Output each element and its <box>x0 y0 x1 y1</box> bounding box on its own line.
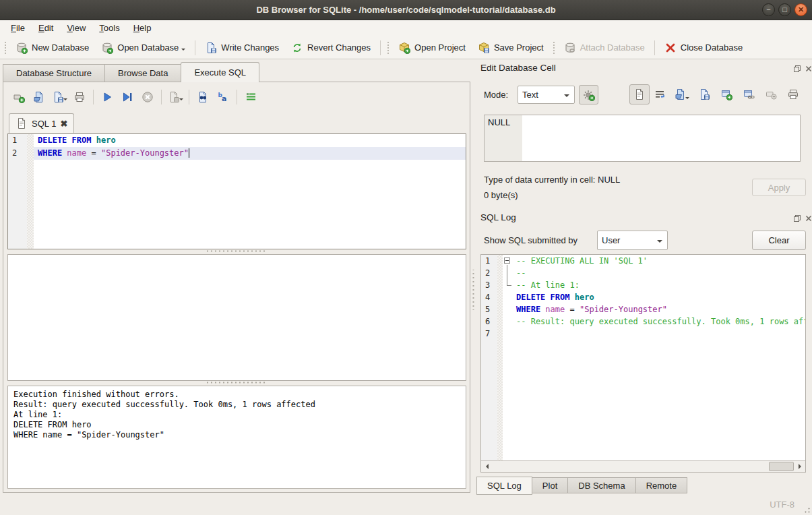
format-sql-button[interactable]: ba <box>213 87 233 107</box>
auto-format-icon: ba <box>217 91 229 103</box>
scrollbar-thumb[interactable] <box>769 462 794 471</box>
write-changes-button[interactable]: Write Changes <box>199 38 285 57</box>
dock-float-icon[interactable] <box>792 64 801 73</box>
execute-all-button[interactable] <box>97 87 117 107</box>
open-url-button[interactable] <box>741 87 756 102</box>
sql-document-tab[interactable]: SQL 1 ✖ <box>9 113 74 133</box>
close-database-button[interactable]: Close Database <box>658 38 749 57</box>
toolbar-separator <box>380 40 381 55</box>
new-sql-tab-button[interactable] <box>9 87 29 107</box>
apply-button: Apply <box>752 179 806 196</box>
find-button[interactable] <box>193 87 213 107</box>
close-button[interactable]: ✕ <box>794 3 807 16</box>
open-sql-file-icon <box>33 91 45 103</box>
toggle-results-button[interactable] <box>241 87 261 107</box>
menu-view[interactable]: View <box>60 20 92 36</box>
sql-editor[interactable]: 1DELETE FROM hero2WHERE name = "Spider-Y… <box>7 133 466 249</box>
print-sql-button[interactable] <box>69 87 90 107</box>
maximize-button[interactable]: □ <box>778 3 791 16</box>
menu-file[interactable]: File <box>4 20 32 36</box>
dock-float-icon[interactable] <box>792 214 801 222</box>
sql-tab-close-icon[interactable]: ✖ <box>60 119 67 128</box>
print-cell-button[interactable] <box>786 87 801 102</box>
menu-edit[interactable]: Edit <box>32 20 60 36</box>
sql-log-view[interactable]: 1-- EXECUTING ALL IN 'SQL 1'2--3-- At li… <box>480 254 806 473</box>
toolbar-drag-handle[interactable] <box>386 40 390 55</box>
text-mode-toggle[interactable] <box>629 84 650 104</box>
line-number: 1 <box>481 255 497 267</box>
execute-line-button[interactable] <box>117 87 137 107</box>
toolbar-separator <box>161 90 162 104</box>
attach-database-label: Attach Database <box>580 42 645 53</box>
dock-tab-sql-log[interactable]: SQL Log <box>476 477 532 495</box>
cell-type-text: Type of data currently in cell: NULL <box>484 175 620 185</box>
toolbar-drag-handle[interactable] <box>3 40 7 55</box>
status-line: At line 1: <box>13 410 460 420</box>
menu-help[interactable]: Help <box>127 20 158 36</box>
export-file-icon <box>698 88 710 100</box>
splitter-handle[interactable] <box>206 249 266 253</box>
fold-guide <box>503 303 512 315</box>
toolbar-drag-handle[interactable] <box>552 40 556 55</box>
save-sql-dropdown-icon[interactable] <box>63 98 67 102</box>
code-text[interactable]: WHERE name = "Spider-Youngster" <box>34 147 466 160</box>
splitter-handle[interactable] <box>206 381 266 384</box>
open-database-button[interactable]: Open Database <box>95 38 191 57</box>
save-sql-file-button[interactable] <box>49 87 69 107</box>
code-text[interactable]: -- <box>512 267 805 279</box>
open-sql-file-button[interactable] <box>29 87 49 107</box>
execution-status-box[interactable]: Execution finished without errors.Result… <box>7 386 466 489</box>
open-external-button[interactable] <box>719 87 734 102</box>
resize-grip[interactable] <box>802 505 811 514</box>
code-text[interactable] <box>512 328 805 340</box>
revert-changes-button[interactable]: Revert Changes <box>285 38 377 57</box>
scroll-right-arrow-icon[interactable] <box>794 461 805 472</box>
code-text[interactable]: -- Result: query executed successfully. … <box>512 315 805 328</box>
results-grid[interactable] <box>7 254 466 381</box>
minimize-button[interactable]: − <box>762 3 775 16</box>
export-cell-button[interactable] <box>697 87 712 102</box>
combo-arrow-icon <box>657 240 662 245</box>
code-text[interactable]: DELETE FROM hero <box>34 134 466 147</box>
sql-log-filter-label: Show SQL submitted by <box>484 235 577 245</box>
save-project-icon <box>478 42 490 54</box>
open-project-icon <box>398 42 410 54</box>
mode-label: Mode: <box>484 90 508 100</box>
main-toolbar: New Database Open Database Write Changes… <box>0 36 812 59</box>
import-dropdown-icon[interactable] <box>685 97 689 101</box>
code-text[interactable]: DELETE FROM hero <box>512 291 805 303</box>
scroll-left-arrow-icon[interactable] <box>481 461 492 472</box>
dock-tab-remote[interactable]: Remote <box>635 477 688 493</box>
tab-database-structure[interactable]: Database Structure <box>3 64 105 82</box>
code-text[interactable]: -- At line 1: <box>512 279 805 291</box>
dock-close-icon[interactable] <box>804 64 812 73</box>
tab-execute-sql[interactable]: Execute SQL <box>181 62 259 82</box>
import-cell-button[interactable] <box>675 87 689 102</box>
dock-close-icon[interactable] <box>804 214 812 222</box>
gutter-margin <box>497 255 503 267</box>
cell-editor[interactable]: NULL <box>484 115 801 162</box>
new-database-button[interactable]: New Database <box>9 38 95 57</box>
horizontal-scrollbar[interactable] <box>481 460 805 472</box>
dock-tab-plot[interactable]: Plot <box>532 477 568 493</box>
open-database-dropdown-icon[interactable] <box>181 49 185 53</box>
open-project-button[interactable]: Open Project <box>392 38 472 57</box>
title-bar[interactable]: DB Browser for SQLite - /home/user/code/… <box>0 0 812 20</box>
fold-collapse-icon[interactable] <box>503 255 512 267</box>
code-text[interactable]: -- EXECUTING ALL IN 'SQL 1' <box>512 255 805 267</box>
dock-tab-db-schema[interactable]: DB Schema <box>567 477 635 493</box>
cell-mode-select[interactable]: Text <box>518 86 575 104</box>
sql-log-filter-select[interactable]: User <box>597 231 668 250</box>
menu-tools[interactable]: Tools <box>92 20 126 36</box>
clear-log-button[interactable]: Clear <box>752 231 806 250</box>
apply-data-button[interactable] <box>579 85 598 104</box>
word-wrap-button[interactable] <box>652 87 667 102</box>
pane-splitter[interactable] <box>472 270 475 310</box>
window-controls: − □ ✕ <box>762 3 807 16</box>
new-sql-tab-icon <box>13 91 25 103</box>
code-text[interactable]: WHERE name = "Spider-Youngster" <box>512 303 805 315</box>
save-project-button[interactable]: Save Project <box>472 38 550 57</box>
sql-log-dock-controls <box>792 214 812 222</box>
tab-browse-data[interactable]: Browse Data <box>104 64 181 82</box>
gutter-margin <box>497 303 503 315</box>
